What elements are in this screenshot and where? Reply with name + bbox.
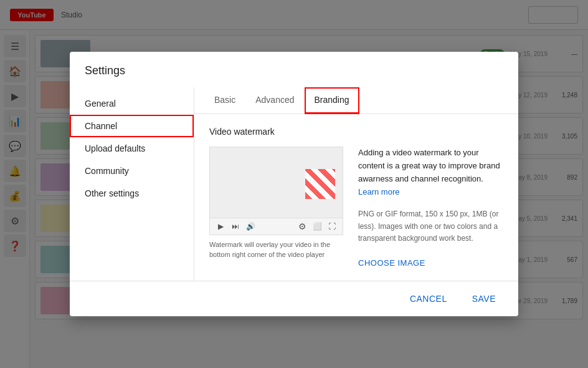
dialog-content: Basic Advanced Branding Video watermark xyxy=(194,87,518,281)
dialog-title: Settings xyxy=(70,52,518,87)
watermark-section: ▶ ⏭ 🔊 ⚙ ⬜ ⛶ Watermark will overlay your … xyxy=(209,147,503,268)
player-controls: ▶ ⏭ 🔊 ⚙ ⬜ ⛶ xyxy=(209,218,343,235)
nav-item-community[interactable]: Community xyxy=(70,160,194,182)
settings-icon[interactable]: ⚙ xyxy=(296,221,308,232)
volume-icon[interactable]: 🔊 xyxy=(245,221,256,232)
settings-nav: General Channel Upload defaults Communit… xyxy=(70,87,194,281)
tab-advanced[interactable]: Advanced xyxy=(245,87,304,114)
video-player-container: ▶ ⏭ 🔊 ⚙ ⬜ ⛶ Watermark will overlay your … xyxy=(209,147,343,268)
dialog-body: General Channel Upload defaults Communit… xyxy=(70,87,518,281)
watermark-placeholder xyxy=(305,169,335,199)
watermark-info: Adding a video watermark to your content… xyxy=(358,147,503,268)
skip-icon[interactable]: ⏭ xyxy=(230,221,241,232)
video-player-preview xyxy=(209,147,343,218)
nav-item-general[interactable]: General xyxy=(70,92,194,115)
player-caption: Watermark will overlay your video in the… xyxy=(209,240,343,259)
choose-image-button[interactable]: CHOOSE IMAGE xyxy=(358,258,425,268)
tab-content-branding: Video watermark ▶ ⏭ 🔊 ⚙ xyxy=(194,114,518,281)
cancel-button[interactable]: CANCEL xyxy=(402,289,455,309)
settings-dialog: Settings General Channel Upload defaults… xyxy=(70,52,518,316)
format-info: PNG or GIF format, 150 x 150 px, 1MB (or… xyxy=(358,208,503,245)
tab-basic[interactable]: Basic xyxy=(204,87,245,114)
tab-branding[interactable]: Branding xyxy=(305,87,359,114)
tabs-bar: Basic Advanced Branding xyxy=(194,87,518,114)
nav-item-other-settings[interactable]: Other settings xyxy=(70,182,194,205)
nav-item-channel[interactable]: Channel xyxy=(70,115,194,137)
play-icon[interactable]: ▶ xyxy=(215,221,226,232)
modal-overlay: Settings General Channel Upload defaults… xyxy=(0,0,588,368)
save-button[interactable]: SAVE xyxy=(465,289,503,309)
nav-item-upload-defaults[interactable]: Upload defaults xyxy=(70,137,194,160)
watermark-description: Adding a video watermark to your content… xyxy=(358,147,503,198)
section-title-watermark: Video watermark xyxy=(209,127,503,137)
dialog-footer: CANCEL SAVE xyxy=(70,281,518,316)
fullscreen-icon[interactable]: ⛶ xyxy=(326,221,338,232)
theater-icon[interactable]: ⬜ xyxy=(311,221,323,232)
learn-more-link[interactable]: Learn more xyxy=(358,187,399,196)
